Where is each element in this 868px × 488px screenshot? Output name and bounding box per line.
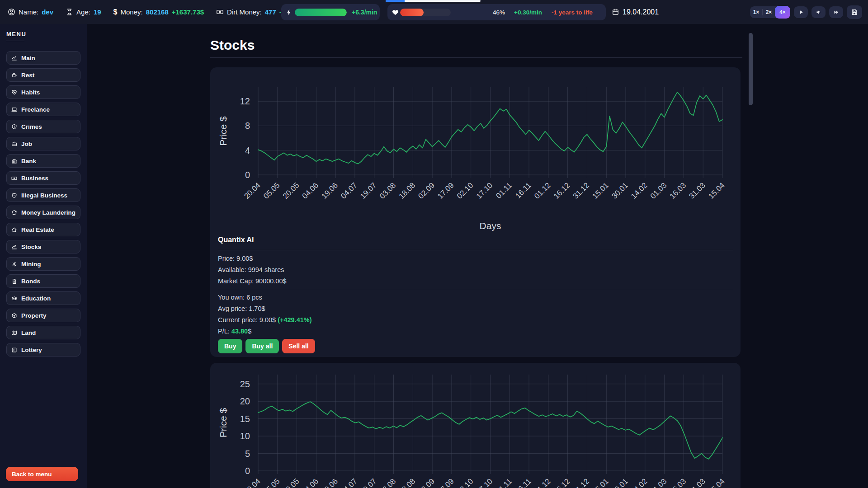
sidebar-item-job[interactable]: Job xyxy=(6,137,80,150)
sidebar-item-label: Habits xyxy=(21,89,40,96)
svg-text:05.05: 05.05 xyxy=(262,477,282,488)
health-percent: 46% xyxy=(493,9,505,16)
stock-price-line: Price: 9.00$ xyxy=(218,255,733,262)
skip-button[interactable] xyxy=(829,6,843,18)
svg-text:20.05: 20.05 xyxy=(281,477,301,488)
svg-text:17.09: 17.09 xyxy=(436,181,456,201)
energy-panel: +6.3/min xyxy=(281,4,380,20)
sidebar-item-stocks[interactable]: Stocks xyxy=(6,240,80,253)
buy-all-button[interactable]: Buy all xyxy=(245,339,279,353)
stock-pl-line: P/L: 43.80$ xyxy=(218,328,733,335)
stock-available-line: Available: 9994 shares xyxy=(218,266,733,273)
money-stat: $ Money: 802168 +1637.73$ xyxy=(113,8,204,16)
svg-text:03.08: 03.08 xyxy=(378,477,398,488)
sidebar-item-rest[interactable]: Rest xyxy=(6,68,80,82)
stock-arrow-icon xyxy=(11,244,17,250)
sidebar-item-label: Illegal Business xyxy=(21,192,67,199)
svg-text:17.10: 17.10 xyxy=(475,477,495,488)
stock-own-line: You own: 6 pcs xyxy=(218,294,733,301)
mask-icon xyxy=(11,192,17,198)
laptop-icon xyxy=(11,107,17,113)
money-value: 802168 xyxy=(146,8,169,16)
gear-icon xyxy=(11,261,17,267)
money-label: Money: xyxy=(121,8,143,16)
svg-text:10: 10 xyxy=(240,431,250,441)
stock-marketcap-line: Market Cap: 90000.00$ xyxy=(218,277,733,285)
svg-text:20.04: 20.04 xyxy=(242,181,262,201)
sidebar-item-label: Freelance xyxy=(21,106,50,113)
stock-price-chart-1: 0481220.0405.0520.0504.0619.0604.0719.07… xyxy=(210,67,741,235)
menu-title: MENU xyxy=(6,31,26,38)
health-bar xyxy=(400,9,451,16)
svg-text:31.03: 31.03 xyxy=(688,181,708,201)
sidebar-item-label: Money Laundering xyxy=(21,209,75,216)
sidebar-item-label: Property xyxy=(21,312,47,319)
svg-text:02.09: 02.09 xyxy=(416,477,436,488)
svg-text:19.07: 19.07 xyxy=(359,181,378,201)
sidebar-item-real-estate[interactable]: Real Estate xyxy=(6,223,80,236)
player-stats: Name: dev Age: 19 $ Money: 802168 +1637.… xyxy=(8,0,300,24)
svg-text:16.11: 16.11 xyxy=(514,477,533,488)
sidebar-item-bank[interactable]: Bank xyxy=(6,154,80,168)
sidebar-item-mining[interactable]: Mining xyxy=(6,257,80,271)
sidebar-item-crimes[interactable]: Crimes xyxy=(6,120,80,133)
svg-text:16.03: 16.03 xyxy=(668,181,688,201)
scrollbar-thumb[interactable] xyxy=(749,33,753,105)
svg-text:15.04: 15.04 xyxy=(707,181,726,201)
svg-text:02.10: 02.10 xyxy=(455,477,475,488)
svg-text:19.06: 19.06 xyxy=(320,181,340,201)
energy-bolt-icon xyxy=(286,9,292,16)
day-progress-bar xyxy=(386,0,481,2)
save-button[interactable] xyxy=(847,5,862,19)
svg-text:30.01: 30.01 xyxy=(610,477,630,488)
health-panel: 46% +0.30/min -1 years to life xyxy=(387,4,606,20)
sidebar-item-freelance[interactable]: Freelance xyxy=(6,103,80,116)
sidebar-item-bonds[interactable]: Bonds xyxy=(6,274,80,288)
pl-suffix: $ xyxy=(248,328,251,335)
svg-text:16.11: 16.11 xyxy=(514,181,533,200)
stock-name: Quantix AI xyxy=(218,236,733,244)
svg-text:18.08: 18.08 xyxy=(397,477,417,488)
sidebar-item-main[interactable]: Main xyxy=(6,51,80,65)
coffee-icon xyxy=(11,72,17,78)
sidebar-item-land[interactable]: Land xyxy=(6,326,80,339)
sidebar-item-label: Bank xyxy=(21,158,36,164)
cube-icon xyxy=(11,313,17,319)
svg-text:19.06: 19.06 xyxy=(320,477,340,488)
sidebar: MENU MainRestHabitsFreelanceCrimesJobBan… xyxy=(0,24,87,488)
speed-4x-button[interactable]: 4× xyxy=(775,6,790,19)
pl-value: 43.80 xyxy=(231,328,248,335)
speed-1x-button[interactable]: 1× xyxy=(750,6,762,18)
page-title: Stocks xyxy=(210,38,255,53)
sidebar-item-lottery[interactable]: Lottery xyxy=(6,343,80,357)
age-value: 19 xyxy=(94,8,101,16)
date-display: 19.04.2001 xyxy=(612,0,659,24)
speed-2x-button[interactable]: 2× xyxy=(763,6,775,18)
svg-text:03.08: 03.08 xyxy=(378,181,398,201)
sidebar-item-illegal-business[interactable]: Illegal Business xyxy=(6,188,80,202)
play-button[interactable] xyxy=(794,6,808,18)
money-bill-icon xyxy=(11,175,17,181)
svg-text:16.12: 16.12 xyxy=(552,477,572,488)
sidebar-item-money-laundering[interactable]: Money Laundering xyxy=(6,206,80,219)
svg-text:20: 20 xyxy=(240,396,250,406)
trade-buttons: Buy Buy all Sell all xyxy=(218,339,733,353)
sell-all-button[interactable]: Sell all xyxy=(282,339,315,353)
fast-forward-icon xyxy=(834,9,839,15)
sidebar-nav: MainRestHabitsFreelanceCrimesJobBankBusi… xyxy=(6,51,80,360)
sidebar-item-business[interactable]: Business xyxy=(6,171,80,185)
topbar: Name: dev Age: 19 $ Money: 802168 +1637.… xyxy=(0,0,868,24)
svg-text:15.01: 15.01 xyxy=(591,181,611,201)
buy-button[interactable]: Buy xyxy=(218,339,242,353)
sidebar-item-property[interactable]: Property xyxy=(6,309,80,322)
svg-text:17.10: 17.10 xyxy=(475,181,495,201)
bank-icon xyxy=(11,158,17,164)
sidebar-item-habits[interactable]: Habits xyxy=(6,85,80,99)
back-to-menu-button[interactable]: Back to menu xyxy=(6,467,78,481)
svg-text:19.07: 19.07 xyxy=(359,477,378,488)
svg-text:Price $: Price $ xyxy=(218,116,228,146)
current-price-delta: (+429.41%) xyxy=(278,316,311,324)
svg-text:02.10: 02.10 xyxy=(455,181,475,201)
sound-button[interactable] xyxy=(811,6,826,18)
sidebar-item-education[interactable]: Education xyxy=(6,291,80,305)
